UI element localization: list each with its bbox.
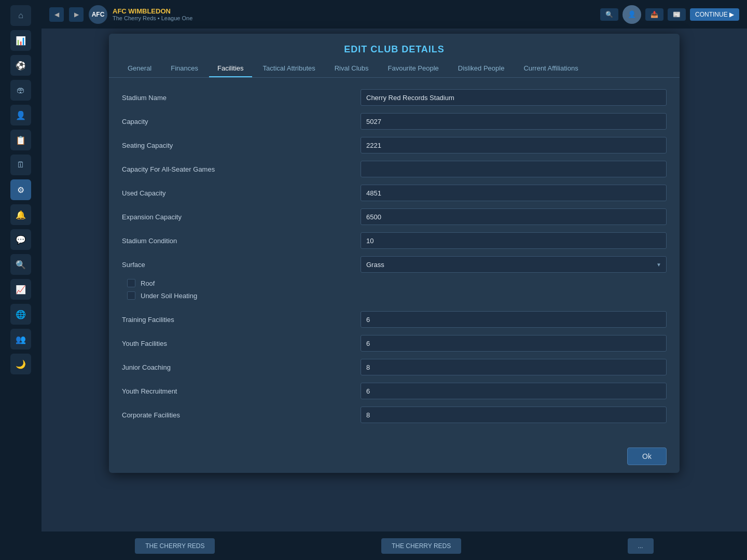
used-capacity-row: Used Capacity — [122, 184, 667, 202]
youth-facilities-input[interactable] — [361, 335, 667, 352]
inbox-button[interactable]: 📥 — [645, 8, 663, 21]
youth-facilities-label: Youth Facilities — [122, 340, 361, 347]
club-sub: The Cherry Reds • League One — [113, 15, 595, 21]
sidebar-icon-chart[interactable]: 📈 — [10, 279, 31, 300]
topbar: ◀ ▶ AFC AFC WIMBLEDON The Cherry Reds • … — [42, 0, 747, 29]
club-info: AFC WIMBLEDON The Cherry Reds • League O… — [113, 7, 595, 21]
capacity-row: Capacity — [122, 112, 667, 131]
capacity-input[interactable] — [361, 113, 667, 130]
expansion-capacity-label: Expansion Capacity — [122, 213, 361, 221]
stadium-condition-input[interactable] — [361, 232, 667, 249]
sidebar-icon-users[interactable]: 👥 — [10, 329, 31, 349]
modal-overlay: EDIT CLUB DETAILS General Finances Facil… — [42, 29, 747, 531]
corporate-facilities-input[interactable] — [361, 407, 667, 423]
sidebar: ⌂ 📊 ⚽ 🏟 👤 📋 🗓 ⚙ 🔔 💬 🔍 📈 🌐 👥 🌙 — [0, 0, 42, 560]
sidebar-icon-search[interactable]: 🔍 — [10, 254, 31, 275]
surface-select[interactable]: Grass Astroturf Hybrid — [361, 256, 667, 273]
seating-capacity-label: Seating Capacity — [122, 142, 361, 149]
surface-label: Surface — [122, 261, 361, 269]
sidebar-icon-chat[interactable]: 💬 — [10, 229, 31, 250]
tab-disliked-people[interactable]: Disliked People — [450, 60, 513, 77]
under-soil-heating-checkbox[interactable] — [127, 291, 135, 300]
sidebar-icon-home[interactable]: ⌂ — [10, 5, 31, 26]
training-facilities-row: Training Facilities — [122, 310, 667, 329]
seating-capacity-row: Seating Capacity — [122, 136, 667, 155]
sidebar-icon-moon[interactable]: 🌙 — [10, 354, 31, 374]
tab-current-affiliations[interactable]: Current Affiliations — [515, 60, 586, 77]
sidebar-icon-football[interactable]: ⚽ — [10, 55, 31, 76]
topbar-right: 🔍 👤 📥 📰 CONTINUE ▶ — [600, 5, 739, 24]
sidebar-icon-globe[interactable]: 🌐 — [10, 304, 31, 325]
sidebar-icon-settings[interactable]: ⚙ — [10, 179, 31, 200]
tab-favourite-people[interactable]: Favourite People — [379, 60, 447, 77]
surface-row: Surface Grass Astroturf Hybrid — [122, 255, 667, 274]
continue-button[interactable]: CONTINUE ▶ — [690, 8, 739, 21]
bottom-btn-1[interactable]: THE CHERRY REDS — [135, 538, 215, 554]
stadium-condition-label: Stadium Condition — [122, 237, 361, 245]
junior-coaching-row: Junior Coaching — [122, 358, 667, 376]
capacity-all-seater-input[interactable] — [361, 161, 667, 177]
sidebar-icon-bell[interactable]: 🔔 — [10, 204, 31, 225]
seating-capacity-input[interactable] — [361, 137, 667, 153]
form-divider — [122, 304, 667, 310]
used-capacity-input[interactable] — [361, 185, 667, 201]
expansion-capacity-input[interactable] — [361, 208, 667, 225]
stadium-name-row: Stadium Name — [122, 88, 667, 107]
youth-recruitment-input[interactable] — [361, 383, 667, 399]
stadium-name-input[interactable] — [361, 89, 667, 106]
tab-rival-clubs[interactable]: Rival Clubs — [326, 60, 377, 77]
search-button[interactable]: 🔍 — [600, 8, 618, 21]
tabs-bar: General Finances Facilities Tactical Att… — [109, 60, 680, 78]
roof-label: Roof — [141, 279, 155, 287]
stadium-name-label: Stadium Name — [122, 94, 361, 102]
training-facilities-label: Training Facilities — [122, 316, 361, 324]
news-button[interactable]: 📰 — [668, 8, 686, 21]
corporate-facilities-label: Corporate Facilities — [122, 411, 361, 419]
bottom-btn-2[interactable]: THE CHERRY REDS — [381, 538, 461, 554]
modal-title: EDIT CLUB DETAILS — [109, 34, 680, 60]
junior-coaching-input[interactable] — [361, 359, 667, 375]
sidebar-icon-calendar[interactable]: 🗓 — [10, 155, 31, 175]
corporate-facilities-row: Corporate Facilities — [122, 405, 667, 424]
capacity-label: Capacity — [122, 118, 361, 125]
capacity-all-seater-row: Capacity For All-Seater Games — [122, 160, 667, 178]
roof-row: Roof — [122, 279, 667, 287]
youth-recruitment-label: Youth Recruitment — [122, 387, 361, 395]
modal-footer: Ok — [109, 440, 680, 473]
back-button[interactable]: ◀ — [49, 7, 64, 22]
forward-button[interactable]: ▶ — [69, 7, 84, 22]
avatar: 👤 — [622, 5, 641, 24]
surface-select-wrapper: Grass Astroturf Hybrid — [361, 256, 667, 273]
training-facilities-input[interactable] — [361, 311, 667, 328]
bottom-btn-3[interactable]: ... — [628, 538, 654, 554]
capacity-all-seater-label: Capacity For All-Seater Games — [122, 165, 361, 173]
form-body: Stadium Name Capacity Seating Capacity C… — [109, 78, 680, 440]
tab-finances[interactable]: Finances — [162, 60, 206, 77]
club-logo: AFC — [89, 5, 107, 24]
under-soil-heating-label: Under Soil Heating — [141, 292, 197, 300]
roof-checkbox[interactable] — [127, 279, 135, 287]
sidebar-icon-clipboard[interactable]: 📋 — [10, 130, 31, 150]
youth-facilities-row: Youth Facilities — [122, 334, 667, 353]
tab-tactical-attributes[interactable]: Tactical Attributes — [255, 60, 324, 77]
youth-recruitment-row: Youth Recruitment — [122, 382, 667, 400]
tab-facilities[interactable]: Facilities — [209, 60, 252, 77]
stadium-condition-row: Stadium Condition — [122, 231, 667, 250]
expansion-capacity-row: Expansion Capacity — [122, 207, 667, 226]
ok-button[interactable]: Ok — [627, 447, 667, 465]
edit-club-modal: EDIT CLUB DETAILS General Finances Facil… — [109, 34, 680, 473]
bottom-strip: THE CHERRY REDS THE CHERRY REDS ... — [42, 531, 747, 560]
sidebar-icon-stats[interactable]: 📊 — [10, 30, 31, 51]
used-capacity-label: Used Capacity — [122, 189, 361, 197]
junior-coaching-label: Junior Coaching — [122, 363, 361, 371]
tab-general[interactable]: General — [119, 60, 160, 77]
sidebar-icon-person[interactable]: 👤 — [10, 105, 31, 125]
under-soil-heating-row: Under Soil Heating — [122, 291, 667, 300]
club-name: AFC WIMBLEDON — [113, 7, 595, 15]
sidebar-icon-stadium[interactable]: 🏟 — [10, 80, 31, 101]
